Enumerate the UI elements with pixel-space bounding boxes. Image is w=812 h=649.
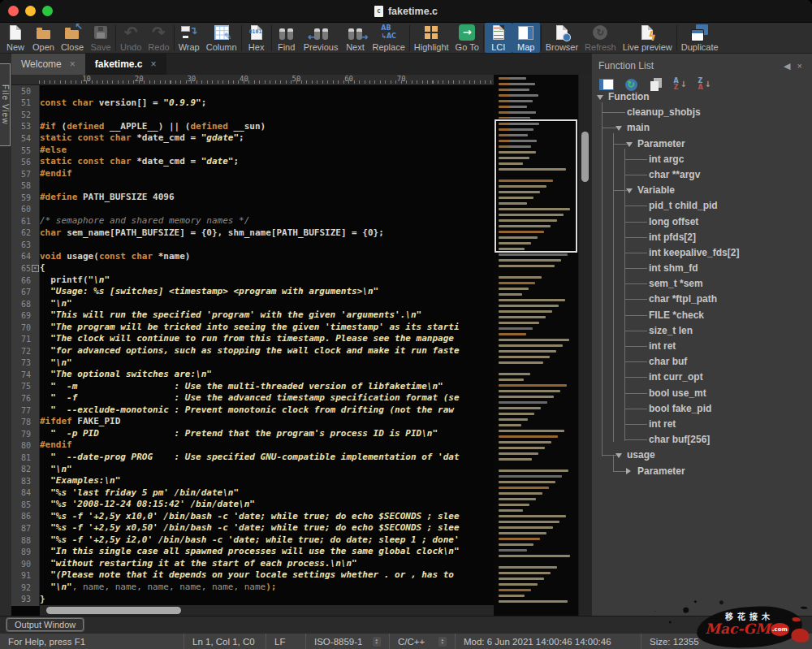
function-list-item[interactable]: usage <box>592 448 812 463</box>
minimap-line <box>499 566 557 569</box>
code-line: " -m : Use the multi-threaded version of… <box>40 381 494 393</box>
function-list-item[interactable]: int argc <box>592 152 812 167</box>
collapsed-arrow-icon[interactable] <box>626 468 634 474</box>
new-button[interactable]: New <box>2 23 29 53</box>
line-number: 85 <box>11 499 39 511</box>
goto-button[interactable]: →Go To <box>452 23 482 53</box>
tab-faketime[interactable]: faketime.c × <box>85 54 166 75</box>
minimap-line <box>499 265 555 267</box>
expanded-arrow-icon[interactable] <box>626 188 633 197</box>
function-list-item[interactable]: long offset <box>592 214 812 230</box>
function-list-item[interactable]: size_t len <box>592 323 812 339</box>
minimap-viewport[interactable] <box>495 119 577 253</box>
line-number: 75 <box>11 381 39 393</box>
line-number: 93 <box>11 594 39 606</box>
minimap-line <box>499 344 563 347</box>
tab-welcome[interactable]: Welcome × <box>11 54 85 75</box>
function-list-item[interactable]: cleanup_shobjs <box>592 105 812 120</box>
editor-area[interactable]: 10203040506070 5051525354555657585960616… <box>11 75 591 616</box>
find-prev-button[interactable]: ←Previous <box>300 23 342 53</box>
open-button[interactable]: Open <box>29 23 58 53</box>
close-tab-icon[interactable]: × <box>70 58 76 70</box>
fold-marker[interactable]: - <box>32 265 39 272</box>
close-tab-icon[interactable]: × <box>151 58 157 70</box>
line-number: 76 <box>11 392 39 405</box>
encoding-stepper-icon[interactable]: ▲▼ <box>373 637 381 647</box>
file-view-tab[interactable]: File View <box>0 63 11 146</box>
replace-button[interactable]: AB↳ACReplace <box>369 23 408 53</box>
function-list-item[interactable]: bool fake_pid <box>592 401 812 417</box>
line-number: 52 <box>11 109 39 121</box>
function-list-item[interactable]: char **argv <box>592 167 812 183</box>
function-list-item[interactable]: int ret <box>592 339 812 354</box>
minimap-line <box>499 356 550 358</box>
close-button[interactable]: ↖Close <box>58 23 87 53</box>
function-list-item[interactable]: Variable <box>592 183 812 198</box>
live-preview-button[interactable]: ϟLive preview <box>620 23 676 53</box>
duplicate-button[interactable]: Duplicate <box>678 23 722 53</box>
function-list-item[interactable]: sem_t *sem <box>592 276 812 292</box>
function-list-item[interactable]: main <box>592 120 812 136</box>
function-list-item[interactable]: char *ftpl_path <box>592 292 812 307</box>
function-list-item[interactable]: int ret <box>592 417 812 432</box>
expanded-arrow-icon[interactable] <box>597 95 603 103</box>
hex-button[interactable]: 0101Hex <box>243 23 270 53</box>
minimap-line <box>499 543 533 546</box>
find-button[interactable]: Find <box>273 23 300 53</box>
lci-button[interactable]: LCI <box>485 23 512 53</box>
code-line: static const char *date_cmd = "gdate"; <box>40 132 494 145</box>
output-window-button[interactable]: Output Window <box>6 618 84 631</box>
toolbar-separator <box>241 25 242 51</box>
function-list-item[interactable]: Function <box>592 89 812 105</box>
collapse-panel-icon[interactable]: ◀ <box>780 61 793 71</box>
line-number: 62 <box>11 227 39 240</box>
code-line <box>40 109 494 121</box>
minimap-line <box>499 526 553 529</box>
map-button[interactable]: Map <box>512 23 540 53</box>
find-next-button[interactable]: →Next <box>341 23 369 53</box>
code-line: "\n", name, name, name, name, name, name… <box>40 582 494 594</box>
expanded-arrow-icon[interactable] <box>615 126 622 134</box>
minimap-line <box>499 282 535 284</box>
expanded-arrow-icon[interactable] <box>615 453 622 461</box>
vertical-scrollbar-thumb[interactable] <box>581 132 589 182</box>
horizontal-scrollbar[interactable] <box>40 605 494 616</box>
function-list-item[interactable]: Parameter <box>592 136 812 152</box>
code-text[interactable]: const char version[] = "0.9.9";#if (defi… <box>40 85 494 606</box>
code-line: " --exclude-monotonic : Prevent monotoni… <box>40 405 494 417</box>
function-list-item[interactable]: char buf <box>592 354 812 370</box>
function-list-item[interactable]: int keepalive_fds[2] <box>592 245 812 261</box>
line-number: 84 <box>11 487 39 500</box>
function-list-item[interactable]: int shm_fd <box>592 261 812 276</box>
line-number: 58 <box>11 180 39 192</box>
hex-icon: 0101 <box>246 24 267 41</box>
function-list-item[interactable]: char buf[256] <box>592 432 812 448</box>
highlight-button[interactable]: Highlight <box>411 23 452 53</box>
horizontal-scrollbar-thumb[interactable] <box>46 607 181 614</box>
function-list-item[interactable]: int curr_opt <box>592 370 812 385</box>
minimap[interactable] <box>494 75 578 616</box>
browser-button[interactable]: Browser <box>542 23 581 53</box>
syntax-stepper-icon[interactable]: ▲▼ <box>438 637 447 647</box>
close-panel-icon[interactable]: × <box>794 61 806 71</box>
status-syntax[interactable]: C/C++ ▲▼ <box>390 637 455 647</box>
function-list-item[interactable]: bool use_mt <box>592 386 812 401</box>
find-prev-icon: ← <box>310 24 331 41</box>
function-list-item[interactable]: Parameter <box>592 464 812 479</box>
minimap-line <box>499 595 525 597</box>
status-cursor-position: Ln 1, Col 1, C0 <box>184 637 266 647</box>
function-list-panel: Function List ◀ × ↻AZ↓ZA↓ Functioncleanu… <box>591 54 812 633</box>
line-number: 68 <box>11 298 39 310</box>
wrap-button[interactable]: ↴Wrap <box>175 23 203 53</box>
function-list-item[interactable]: int pfds[2] <box>592 230 812 245</box>
code-line: "Usage: %s [switches] <timestamp> <progr… <box>40 286 494 298</box>
goto-icon: → <box>456 24 477 41</box>
column-button[interactable]: ✎Column <box>203 23 240 53</box>
line-number: 51 <box>11 97 39 110</box>
line-number: 57 <box>11 168 39 180</box>
vertical-scrollbar[interactable] <box>578 75 592 616</box>
status-encoding[interactable]: ISO-8859-1 ▲▼ <box>306 637 389 647</box>
function-list-item[interactable]: pid_t child_pid <box>592 198 812 214</box>
expanded-arrow-icon[interactable] <box>626 142 633 150</box>
function-list-item[interactable]: FILE *check <box>592 308 812 323</box>
